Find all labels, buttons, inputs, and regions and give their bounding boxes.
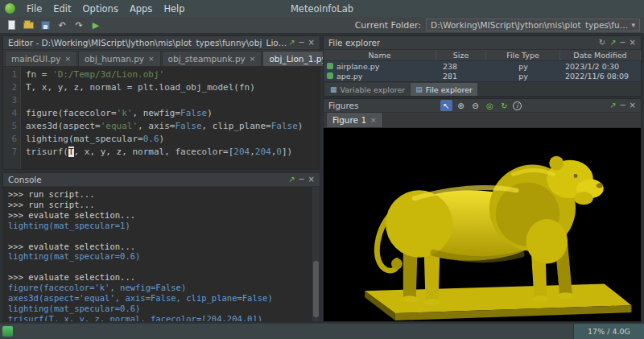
console-scrollbar-thumb[interactable] bbox=[313, 261, 319, 317]
minimize-icon[interactable]: ─ bbox=[299, 176, 304, 184]
code-segment: , axis= bbox=[138, 121, 175, 131]
new-script-button[interactable] bbox=[4, 19, 19, 32]
column-header-date-modified[interactable]: Date Modified bbox=[560, 50, 641, 60]
file-explorer-titlebar: File explorer ↻↗─× bbox=[324, 36, 641, 50]
figure-tab-close-icon[interactable]: × bbox=[370, 116, 377, 124]
line-number: 3 bbox=[3, 94, 17, 107]
menu-options[interactable]: Options bbox=[77, 2, 124, 16]
launcher-icon[interactable] bbox=[2, 326, 13, 337]
console-output-area[interactable]: >>> run script...>>> run script...>>> ev… bbox=[3, 187, 320, 321]
variable-grid-icon: ▦ bbox=[330, 85, 337, 93]
console-line bbox=[8, 262, 308, 272]
file-table-header: NameSizeFile TypeDate Modified bbox=[324, 50, 641, 61]
code-segment: , newfig= bbox=[132, 108, 180, 118]
console-line: >>> evaluate selection... bbox=[8, 272, 308, 283]
figure-canvas[interactable] bbox=[324, 128, 641, 321]
explorer-tab-label: File explorer bbox=[426, 85, 473, 94]
file-explorer-title: File explorer bbox=[328, 38, 380, 48]
current-folder-combobox[interactable]: D:\Working\MIScript\Jython\mis\plot_type… bbox=[426, 19, 640, 31]
console-scrollbar[interactable] bbox=[312, 187, 320, 321]
select-cursor-icon[interactable]: ↖ bbox=[440, 100, 452, 111]
float-icon[interactable]: ↗ bbox=[609, 101, 616, 110]
code-segment: 'k' bbox=[117, 108, 133, 118]
console-line: >>> evaluate selection... bbox=[8, 210, 308, 221]
float-icon[interactable]: ↗ bbox=[288, 176, 295, 184]
editor-tab-obj_steampunk.py[interactable]: obj_steampunk.py× bbox=[162, 51, 262, 66]
code-line: fn = 'D:/Temp/3d/Lion.obj' bbox=[26, 68, 320, 81]
zoom-out-icon[interactable]: ⊖ bbox=[469, 100, 481, 111]
code-editor[interactable]: 1234567 fn = 'D:/Temp/3d/Lion.obj'T, x, … bbox=[3, 67, 320, 169]
minimize-icon[interactable]: ─ bbox=[621, 101, 625, 110]
column-header-size[interactable]: Size bbox=[436, 50, 486, 60]
code-line: trisurf(T, x, y, z, normal, facecolor=[2… bbox=[26, 146, 320, 159]
open-file-icon bbox=[23, 22, 34, 29]
figures-titlebar: Figures ↖⊕⊖◎↻i ↗─× bbox=[324, 99, 641, 113]
close-icon[interactable]: × bbox=[630, 101, 636, 110]
zoom-in-icon[interactable]: ⊕ bbox=[455, 100, 467, 111]
editor-tab-label: obj_human.py bbox=[85, 54, 144, 64]
save-button[interactable] bbox=[38, 19, 52, 32]
line-number: 5 bbox=[3, 120, 17, 133]
column-header-file-type[interactable]: File Type bbox=[486, 50, 560, 60]
console-line: lighting(mat_specular=0.6) bbox=[8, 304, 308, 314]
figure-tab-bar: Figure 1 × bbox=[324, 113, 641, 128]
code-segment: figure(facecolor= bbox=[26, 108, 117, 118]
file-row[interactable]: ape.py281py2022/11/6 08:09 bbox=[324, 71, 641, 81]
combo-dropdown-icon[interactable]: ▾ bbox=[631, 21, 635, 29]
float-icon[interactable]: ↗ bbox=[288, 39, 295, 47]
code-segment: ) bbox=[298, 121, 303, 131]
figure-tab[interactable]: Figure 1 × bbox=[326, 112, 383, 127]
redo-button[interactable]: ↷ bbox=[72, 19, 86, 32]
float-icon[interactable]: ↗ bbox=[609, 39, 616, 47]
console-line: lighting(mat_specular=1) bbox=[8, 221, 308, 231]
line-number: 4 bbox=[3, 107, 17, 120]
code-segment: False bbox=[180, 108, 207, 118]
console-line bbox=[8, 231, 308, 242]
code-segment: trisurf( bbox=[26, 147, 68, 157]
explorer-tab-file-explorer[interactable]: ▤File explorer bbox=[411, 83, 477, 96]
menu-help[interactable]: Help bbox=[158, 2, 190, 16]
figures-title: Figures bbox=[328, 101, 359, 110]
py-file-icon bbox=[327, 72, 333, 79]
minimize-icon[interactable]: ─ bbox=[621, 39, 625, 47]
menu-file[interactable]: File bbox=[21, 2, 47, 16]
lion-statue bbox=[377, 156, 603, 305]
refresh-icon[interactable]: ↻ bbox=[599, 39, 605, 47]
code-segment: T, x, y, z, normal = plt.load_obj_model(… bbox=[26, 82, 255, 93]
redo-icon: ↷ bbox=[75, 21, 82, 30]
code-segment: , bbox=[250, 147, 255, 157]
full-extent-icon[interactable]: ◎ bbox=[484, 100, 496, 111]
code-line: figure(facecolor='k', newfig=False) bbox=[26, 107, 320, 120]
file-size: 281 bbox=[436, 72, 486, 81]
console-line: figure(facecolor='k', newfig=False) bbox=[8, 283, 308, 293]
editor-tab-mainGUI.py[interactable]: mainGUI.py× bbox=[5, 51, 77, 66]
run-script-button[interactable]: ▶ bbox=[89, 19, 103, 32]
file-row[interactable]: airplane.py238py2023/1/2 0:30 bbox=[324, 61, 641, 71]
rotate-icon[interactable]: ↻ bbox=[498, 100, 510, 111]
memory-usage-indicator[interactable]: 17% / 4.0G bbox=[573, 324, 644, 339]
figure-toolbar: ↖⊕⊖◎↻i bbox=[440, 100, 522, 111]
file-type: py bbox=[486, 72, 560, 81]
identify-icon[interactable]: i bbox=[513, 101, 522, 110]
close-icon[interactable]: × bbox=[308, 39, 315, 47]
tab-close-icon[interactable]: × bbox=[148, 55, 155, 63]
close-icon[interactable]: × bbox=[630, 39, 636, 47]
figures-panel-controls: ↗─× bbox=[609, 101, 636, 110]
current-folder-group: Current Folder: D:\Working\MIScript\Jyth… bbox=[355, 19, 640, 31]
undo-button[interactable]: ↶ bbox=[55, 19, 69, 32]
close-icon[interactable]: × bbox=[308, 176, 315, 184]
explorer-tab-variable-explorer[interactable]: ▦Variable explorer bbox=[325, 83, 410, 96]
file-name: airplane.py bbox=[336, 62, 379, 71]
tab-close-icon[interactable]: × bbox=[64, 55, 71, 63]
explorer-tab-label: Variable explorer bbox=[341, 85, 406, 94]
menu-edit[interactable]: Edit bbox=[47, 2, 76, 16]
minimize-icon[interactable]: ─ bbox=[299, 39, 304, 47]
menu-apps[interactable]: Apps bbox=[124, 2, 158, 16]
column-header-name[interactable]: Name bbox=[324, 50, 436, 60]
code-text[interactable]: fn = 'D:/Temp/3d/Lion.obj'T, x, y, z, no… bbox=[21, 67, 320, 169]
file-size: 238 bbox=[436, 62, 486, 71]
tab-close-icon[interactable]: × bbox=[250, 55, 256, 63]
editor-tab-obj_human.py[interactable]: obj_human.py× bbox=[78, 51, 161, 66]
open-file-button[interactable] bbox=[21, 19, 35, 32]
console-line: >>> run script... bbox=[8, 189, 308, 200]
